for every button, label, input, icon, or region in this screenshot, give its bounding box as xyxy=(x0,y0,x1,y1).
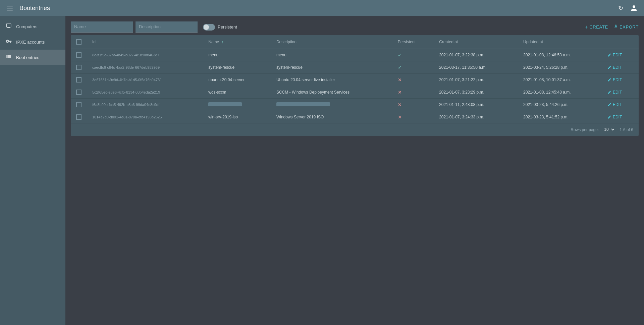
topbar-left: Bootentries xyxy=(5,4,50,12)
header-actions xyxy=(602,35,639,49)
app-title: Bootentries xyxy=(19,5,50,12)
row-actions-4: EDIT xyxy=(602,99,639,111)
sidebar-label-ipxe: IPXE accounts xyxy=(16,40,45,45)
row-checkbox-5[interactable] xyxy=(76,114,82,120)
row-checkbox-cell-0 xyxy=(71,49,87,61)
pagination-info: 1-6 of 6 xyxy=(620,127,633,132)
cross-icon: ✕ xyxy=(398,102,402,107)
edit-button-3[interactable]: EDIT xyxy=(607,90,633,95)
main-content: Persistent + CREATE EXPORT xyxy=(65,16,644,325)
row-id-5: 1014e2d0-db01-4e81-870a-efb4198b2625 xyxy=(87,111,203,123)
edit-button-0[interactable]: EDIT xyxy=(607,53,633,57)
row-created-1: 2021-03-17, 11:35:50 a.m. xyxy=(434,61,518,74)
sidebar-label-computers: Computers xyxy=(16,24,38,29)
row-updated-3: 2021-01-08, 12:45:48 a.m. xyxy=(518,86,602,99)
rows-per-page-select[interactable]: 10 25 50 xyxy=(601,126,615,133)
refresh-icon[interactable]: ↻ xyxy=(616,3,625,13)
export-icon xyxy=(613,24,618,30)
edit-button-5[interactable]: EDIT xyxy=(607,115,633,119)
row-updated-1: 2021-03-24, 5:26:28 p.m. xyxy=(518,61,602,74)
row-actions-1: EDIT xyxy=(602,61,639,74)
description-filter-input[interactable] xyxy=(136,21,198,33)
header-name[interactable]: Name ↑ xyxy=(203,35,271,49)
row-checkbox-3[interactable] xyxy=(76,90,82,95)
header-id: Id xyxy=(87,35,203,49)
row-checkbox-cell-5 xyxy=(71,111,87,123)
row-checkbox-2[interactable] xyxy=(76,77,82,83)
persistent-label: Persistent xyxy=(218,24,237,30)
header-created-at: Created at xyxy=(434,35,518,49)
edit-button-2[interactable]: EDIT xyxy=(607,77,633,82)
row-actions-2: EDIT xyxy=(602,74,639,86)
menu-icon[interactable] xyxy=(5,4,14,12)
row-created-3: 2021-01-07, 3:23:29 p.m. xyxy=(434,86,518,99)
persistent-switch[interactable] xyxy=(203,24,215,31)
create-button[interactable]: + CREATE xyxy=(585,24,608,30)
row-created-0: 2021-01-07, 3:22:38 p.m. xyxy=(434,49,518,61)
row-id-3: 5c2f65ec-e6e6-4cf5-8134-03b4eda2a219 xyxy=(87,86,203,99)
row-name-5: win-srv-2019-iso xyxy=(203,111,271,123)
row-actions-0: EDIT xyxy=(602,49,639,61)
computer-icon xyxy=(5,23,12,30)
row-desc-0: menu xyxy=(271,49,392,61)
row-checkbox-cell-1 xyxy=(71,61,87,74)
check-icon: ✓ xyxy=(398,52,402,58)
sidebar-item-bootentries[interactable]: Boot entries xyxy=(0,50,65,65)
row-updated-4: 2021-03-23, 5:44:26 p.m. xyxy=(518,99,602,111)
row-updated-2: 2021-01-08, 10:01:37 a.m. xyxy=(518,74,602,86)
row-desc-2: Ubuntu 20.04 server live installer xyxy=(271,74,392,86)
row-name-3: wds-sccm xyxy=(203,86,271,99)
export-button[interactable]: EXPORT xyxy=(613,24,639,30)
select-all-checkbox[interactable] xyxy=(76,39,82,45)
row-id-2: 3e67631d-9e9d-4b7e-b1d5-0f5a76b94731 xyxy=(87,74,203,86)
cross-icon: ✕ xyxy=(398,77,402,83)
row-actions-5: EDIT xyxy=(602,111,639,123)
row-desc-1: system-rescue xyxy=(271,61,392,74)
row-persistent-2: ✕ xyxy=(392,74,434,86)
table-row: 8c3f1f5e-37bf-4b49-b027-4c3e0d8463d7menu… xyxy=(71,49,639,61)
edit-button-1[interactable]: EDIT xyxy=(607,65,633,70)
topbar: Bootentries ↻ xyxy=(0,0,644,16)
row-desc-3: SCCM - Windows Deploeyment Services xyxy=(271,86,392,99)
table-row: 1014e2d0-db01-4e81-870a-efb4198b2625win-… xyxy=(71,111,639,123)
check-icon: ✓ xyxy=(398,65,402,70)
row-checkbox-0[interactable] xyxy=(76,52,82,58)
layout: Computers IPXE accounts Boot entries xyxy=(0,16,644,325)
row-persistent-0: ✓ xyxy=(392,49,434,61)
row-id-1: caecffc6-c84c-4aa2-98de-667deb982969 xyxy=(87,61,203,74)
plus-icon: + xyxy=(585,24,588,30)
header-description: Description xyxy=(271,35,392,49)
row-checkbox-1[interactable] xyxy=(76,65,82,70)
row-created-4: 2021-01-11, 2:48:08 p.m. xyxy=(434,99,518,111)
row-updated-0: 2021-01-08, 12:46:53 a.m. xyxy=(518,49,602,61)
sidebar-label-bootentries: Boot entries xyxy=(16,55,39,60)
row-actions-3: EDIT xyxy=(602,86,639,99)
row-checkbox-cell-2 xyxy=(71,74,87,86)
row-name-0: menu xyxy=(203,49,271,61)
list-icon xyxy=(5,54,12,61)
table-row: 5c2f65ec-e6e6-4cf5-8134-03b4eda2a219wds-… xyxy=(71,86,639,99)
sidebar-item-ipxe[interactable]: IPXE accounts xyxy=(0,34,65,50)
sidebar-item-computers[interactable]: Computers xyxy=(0,19,65,34)
key-icon xyxy=(5,38,12,46)
row-name-4 xyxy=(203,99,271,111)
edit-button-4[interactable]: EDIT xyxy=(607,102,633,107)
row-id-4: f6a8b00b-fca5-492b-b8b6-99da04e8c9df xyxy=(87,99,203,111)
name-filter-input[interactable] xyxy=(71,21,133,33)
cross-icon: ✕ xyxy=(398,90,402,95)
header-select xyxy=(71,35,87,49)
sort-asc-icon: ↑ xyxy=(222,40,224,44)
row-persistent-3: ✕ xyxy=(392,86,434,99)
row-checkbox-cell-3 xyxy=(71,86,87,99)
table-row: 3e67631d-9e9d-4b7e-b1d5-0f5a76b94731ubun… xyxy=(71,74,639,86)
row-desc-4 xyxy=(271,99,392,111)
header-updated-at: Updated at xyxy=(518,35,602,49)
account-icon[interactable] xyxy=(629,3,639,13)
row-checkbox-4[interactable] xyxy=(76,102,82,107)
persistent-toggle: Persistent xyxy=(203,24,237,31)
row-persistent-5: ✕ xyxy=(392,111,434,123)
table-row: caecffc6-c84c-4aa2-98de-667deb982969syst… xyxy=(71,61,639,74)
cross-icon: ✕ xyxy=(398,114,402,120)
toolbar: Persistent + CREATE EXPORT xyxy=(71,21,639,33)
rows-per-page: Rows per page: 10 25 50 xyxy=(571,126,615,133)
